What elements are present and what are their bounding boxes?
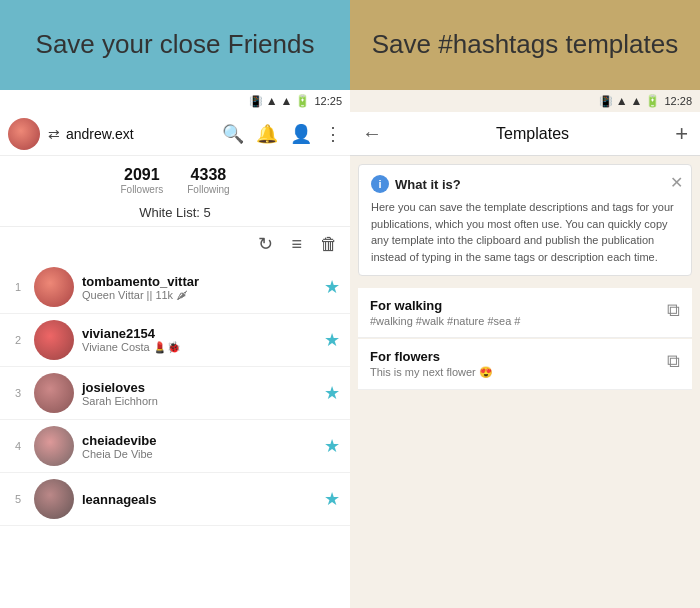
list-item[interactable]: For walking #walking #walk #nature #sea … xyxy=(358,288,692,338)
followers-stat: 2091 Followers xyxy=(120,166,163,195)
friend-avatar xyxy=(34,373,74,413)
right-hero: Save #hashtags templates xyxy=(350,0,700,90)
top-bar-icons: 🔍 🔔 👤 ⋮ xyxy=(222,123,342,145)
battery-icon: 🔋 xyxy=(645,94,660,108)
friend-name: tombamento_vittar xyxy=(82,274,316,289)
wifi-icon: ▲ xyxy=(616,94,628,108)
friend-avatar xyxy=(34,320,74,360)
bell-icon[interactable]: 🔔 xyxy=(256,123,278,145)
friend-name: cheiadevibe xyxy=(82,433,316,448)
list-item[interactable]: 3 josieloves Sarah Eichhorn ★ xyxy=(0,367,350,420)
list-item[interactable]: 2 viviane2154 Viviane Costa 💄🐞 ★ xyxy=(0,314,350,367)
friend-info: cheiadevibe Cheia De Vibe xyxy=(82,433,316,460)
friend-number: 4 xyxy=(10,440,26,452)
info-icon: i xyxy=(371,175,389,193)
friend-info: josieloves Sarah Eichhorn xyxy=(82,380,316,407)
friend-desc: Cheia De Vibe xyxy=(82,448,316,460)
list-item[interactable]: 4 cheiadevibe Cheia De Vibe ★ xyxy=(0,420,350,473)
friend-info: leannageals xyxy=(82,492,316,507)
friend-avatar xyxy=(34,267,74,307)
time-left: 12:25 xyxy=(314,95,342,107)
filter-icon[interactable]: ≡ xyxy=(291,234,302,255)
friend-desc: Queen Vittar || 11k 🌶 xyxy=(82,289,316,301)
signal-icon: ▲ xyxy=(281,94,293,108)
left-hero-title: Save your close Friends xyxy=(36,29,315,60)
signal-icon: ▲ xyxy=(631,94,643,108)
templates-list: For walking #walking #walk #nature #sea … xyxy=(350,284,700,608)
friend-number: 2 xyxy=(10,334,26,346)
info-card: i What it is? ✕ Here you can save the te… xyxy=(358,164,692,276)
star-icon[interactable]: ★ xyxy=(324,488,340,510)
star-icon[interactable]: ★ xyxy=(324,276,340,298)
friend-info: viviane2154 Viviane Costa 💄🐞 xyxy=(82,326,316,354)
copy-button[interactable]: ⧉ xyxy=(667,300,680,321)
followers-count: 2091 xyxy=(120,166,163,184)
stats-row: 2091 Followers 4338 Following xyxy=(0,156,350,199)
following-label: Following xyxy=(187,184,229,195)
right-hero-title: Save #hashtags templates xyxy=(372,29,678,60)
template-content: For walking #walking #walk #nature #sea … xyxy=(370,298,659,327)
status-bar-left: 📳 ▲ ▲ 🔋 12:25 xyxy=(0,90,350,112)
status-bar-right: 📳 ▲ ▲ 🔋 12:28 xyxy=(350,90,700,112)
left-panel: Save your close Friends 📳 ▲ ▲ 🔋 12:25 ⇄ … xyxy=(0,0,350,608)
friend-desc: Viviane Costa 💄🐞 xyxy=(82,341,316,354)
back-button[interactable]: ← xyxy=(362,122,382,145)
whitelist-row: White List: 5 xyxy=(0,199,350,227)
following-stat: 4338 Following xyxy=(187,166,229,195)
vibrate-icon: 📳 xyxy=(249,95,263,108)
copy-button[interactable]: ⧉ xyxy=(667,351,680,372)
list-item[interactable]: For flowers This is my next flower 😍 ⧉ xyxy=(358,339,692,390)
list-item[interactable]: 1 tombamento_vittar Queen Vittar || 11k … xyxy=(0,261,350,314)
info-card-title: What it is? xyxy=(395,177,461,192)
following-count: 4338 xyxy=(187,166,229,184)
followers-label: Followers xyxy=(120,184,163,195)
right-panel: Save #hashtags templates 📳 ▲ ▲ 🔋 12:28 ←… xyxy=(350,0,700,608)
status-icons-right: 📳 ▲ ▲ 🔋 xyxy=(599,94,661,108)
templates-title: Templates xyxy=(390,125,675,143)
info-close-button[interactable]: ✕ xyxy=(670,173,683,192)
friend-number: 1 xyxy=(10,281,26,293)
delete-icon[interactable]: 🗑 xyxy=(320,234,338,255)
add-person-icon[interactable]: 👤 xyxy=(290,123,312,145)
friend-number: 3 xyxy=(10,387,26,399)
friend-info: tombamento_vittar Queen Vittar || 11k 🌶 xyxy=(82,274,316,301)
top-bar: ⇄ andrew.ext 🔍 🔔 👤 ⋮ xyxy=(0,112,350,156)
avatar[interactable] xyxy=(8,118,40,150)
friend-avatar xyxy=(34,479,74,519)
vibrate-icon: 📳 xyxy=(599,95,613,108)
friend-name: josieloves xyxy=(82,380,316,395)
star-icon[interactable]: ★ xyxy=(324,435,340,457)
list-item[interactable]: 5 leannageals ★ xyxy=(0,473,350,526)
friend-avatar xyxy=(34,426,74,466)
add-template-button[interactable]: + xyxy=(675,121,688,147)
action-icons-row: ↻ ≡ 🗑 xyxy=(0,227,350,261)
star-icon[interactable]: ★ xyxy=(324,382,340,404)
refresh-icon[interactable]: ↻ xyxy=(258,233,273,255)
more-icon[interactable]: ⋮ xyxy=(324,123,342,145)
friend-number: 5 xyxy=(10,493,26,505)
search-icon[interactable]: 🔍 xyxy=(222,123,244,145)
status-icons-left: 📳 ▲ ▲ 🔋 xyxy=(249,94,311,108)
username-label: andrew.ext xyxy=(66,126,216,142)
left-hero: Save your close Friends xyxy=(0,0,350,90)
template-content: For flowers This is my next flower 😍 xyxy=(370,349,659,379)
template-name: For walking xyxy=(370,298,659,313)
switch-icon[interactable]: ⇄ xyxy=(48,126,60,142)
template-tags: #walking #walk #nature #sea # xyxy=(370,315,659,327)
templates-bar: ← Templates + xyxy=(350,112,700,156)
info-card-header: i What it is? xyxy=(371,175,679,193)
friend-name: viviane2154 xyxy=(82,326,316,341)
template-name: For flowers xyxy=(370,349,659,364)
friends-list: 1 tombamento_vittar Queen Vittar || 11k … xyxy=(0,261,350,608)
battery-icon: 🔋 xyxy=(295,94,310,108)
template-tags: This is my next flower 😍 xyxy=(370,366,659,379)
friend-name: leannageals xyxy=(82,492,316,507)
info-card-body: Here you can save the template descripti… xyxy=(371,199,679,265)
friend-desc: Sarah Eichhorn xyxy=(82,395,316,407)
wifi-icon: ▲ xyxy=(266,94,278,108)
star-icon[interactable]: ★ xyxy=(324,329,340,351)
whitelist-text: White List: 5 xyxy=(139,205,211,220)
time-right: 12:28 xyxy=(664,95,692,107)
